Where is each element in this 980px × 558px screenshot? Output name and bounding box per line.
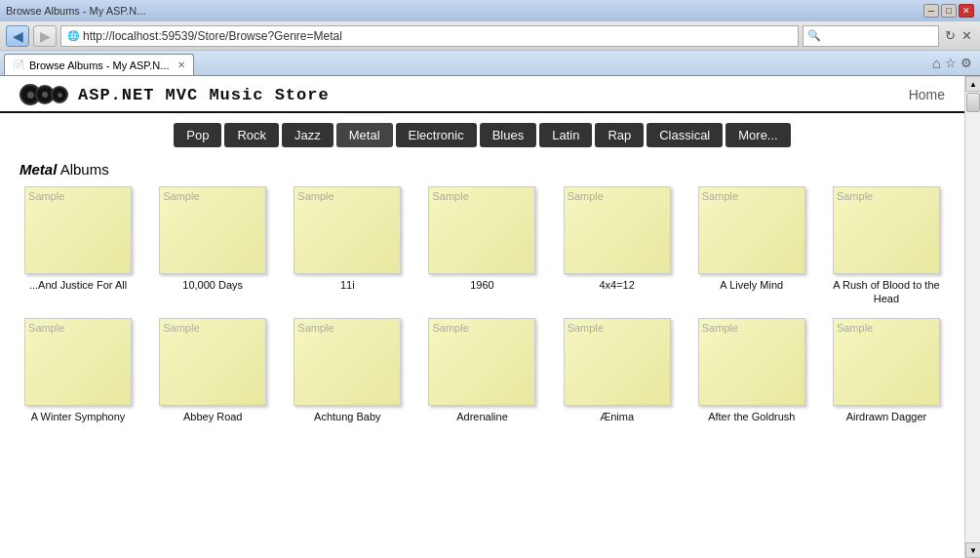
scrollbar[interactable]: ▲ ▼ <box>964 76 980 558</box>
page-content: ASP.NET MVC Music Store Home Pop Rock Ja… <box>0 76 964 558</box>
album-grid-row2: Sample A Winter Symphony Sample Abbey Ro… <box>0 306 964 423</box>
album-card-14[interactable]: Sample Airdrawn Dagger <box>823 318 950 423</box>
album-title-5: 4x4=12 <box>599 278 634 292</box>
window-controls: ─ □ ✕ <box>923 4 974 18</box>
scrollbar-up-arrow[interactable]: ▲ <box>965 76 980 92</box>
genre-pop[interactable]: Pop <box>174 123 221 147</box>
album-title-14: Airdrawn Dagger <box>846 410 927 423</box>
album-title-13: After the Goldrush <box>708 410 795 423</box>
genre-jazz[interactable]: Jazz <box>282 123 333 147</box>
scrollbar-track[interactable] <box>965 92 980 542</box>
album-card-3[interactable]: Sample 11i <box>284 186 411 306</box>
album-grid-row1: Sample ...And Justice For All Sample 10,… <box>0 186 964 306</box>
home-browser-icon[interactable]: ⌂ <box>932 55 941 71</box>
genre-nav: Pop Rock Jazz Metal Electronic Blues Lat… <box>0 113 964 157</box>
refresh-icon[interactable]: ↻ <box>943 28 958 43</box>
album-title-11: Adrenaline <box>456 410 508 423</box>
album-card-11[interactable]: Sample Adrenaline <box>418 318 545 423</box>
album-title-4: 1960 <box>470 278 493 292</box>
album-title-2: 10,000 Days <box>182 278 243 292</box>
back-button[interactable]: ◀ <box>6 25 29 47</box>
browser-tab[interactable]: 📄 Browse Albums - My ASP.N... ✕ <box>4 54 194 75</box>
close-button[interactable]: ✕ <box>959 4 974 18</box>
genre-electronic[interactable]: Electronic <box>396 123 477 147</box>
album-card-7[interactable]: Sample A Rush of Blood to the Head <box>823 186 950 306</box>
page-title: Metal Albums <box>0 157 964 186</box>
tab-favicon: 📄 <box>13 60 24 70</box>
tab-label: Browse Albums - My ASP.N... <box>29 60 169 71</box>
album-card-8[interactable]: Sample A Winter Symphony <box>15 318 141 423</box>
album-title-10: Achtung Baby <box>314 410 381 423</box>
album-card-12[interactable]: Sample Ænima <box>554 318 681 423</box>
tab-close-icon[interactable]: ✕ <box>177 60 185 70</box>
album-title-1: ...And Justice For All <box>29 278 127 292</box>
address-favicon: 🌐 <box>67 30 79 41</box>
genre-more[interactable]: More... <box>725 123 790 147</box>
site-logo <box>20 84 68 105</box>
minimize-button[interactable]: ─ <box>923 4 939 18</box>
album-card-1[interactable]: Sample ...And Justice For All <box>15 186 141 306</box>
favorites-icon[interactable]: ☆ <box>945 56 957 70</box>
home-nav-link[interactable]: Home <box>909 87 945 102</box>
search-box[interactable]: 🔍 <box>803 25 939 47</box>
album-title-9: Abbey Road <box>183 410 243 423</box>
scrollbar-down-arrow[interactable]: ▼ <box>965 542 980 558</box>
scrollbar-thumb[interactable] <box>966 93 980 112</box>
genre-blues[interactable]: Blues <box>480 123 537 147</box>
forward-button[interactable]: ▶ <box>33 25 57 47</box>
album-card-4[interactable]: Sample 1960 <box>418 186 545 306</box>
album-title-8: A Winter Symphony <box>31 410 126 423</box>
genre-rock[interactable]: Rock <box>224 123 279 147</box>
genre-metal[interactable]: Metal <box>336 123 393 147</box>
genre-classical[interactable]: Classical <box>647 123 723 147</box>
album-title-12: Ænima <box>600 410 634 423</box>
maximize-button[interactable]: □ <box>941 4 957 18</box>
album-title-6: A Lively Mind <box>720 278 783 292</box>
search-icon: 🔍 <box>807 29 821 42</box>
album-card-6[interactable]: Sample A Lively Mind <box>688 186 815 306</box>
site-title: ASP.NET MVC Music Store <box>78 86 330 104</box>
genre-rap[interactable]: Rap <box>595 123 644 147</box>
album-card-13[interactable]: Sample After the Goldrush <box>688 318 815 423</box>
album-title-3: 11i <box>340 278 355 292</box>
address-bar[interactable]: http://localhost:59539/Store/Browse?Genr… <box>83 29 342 43</box>
genre-latin[interactable]: Latin <box>539 123 592 147</box>
album-card-9[interactable]: Sample Abbey Road <box>149 318 276 423</box>
album-card-5[interactable]: Sample 4x4=12 <box>554 186 681 306</box>
album-card-2[interactable]: Sample 10,000 Days <box>149 186 276 306</box>
settings-browser-icon[interactable]: ⚙ <box>960 56 972 70</box>
window-title: Browse Albums - My ASP.N... <box>6 5 145 17</box>
stop-icon[interactable]: ✕ <box>960 28 974 43</box>
album-card-10[interactable]: Sample Achtung Baby <box>284 318 411 423</box>
album-title-7: A Rush of Blood to the Head <box>823 278 950 306</box>
